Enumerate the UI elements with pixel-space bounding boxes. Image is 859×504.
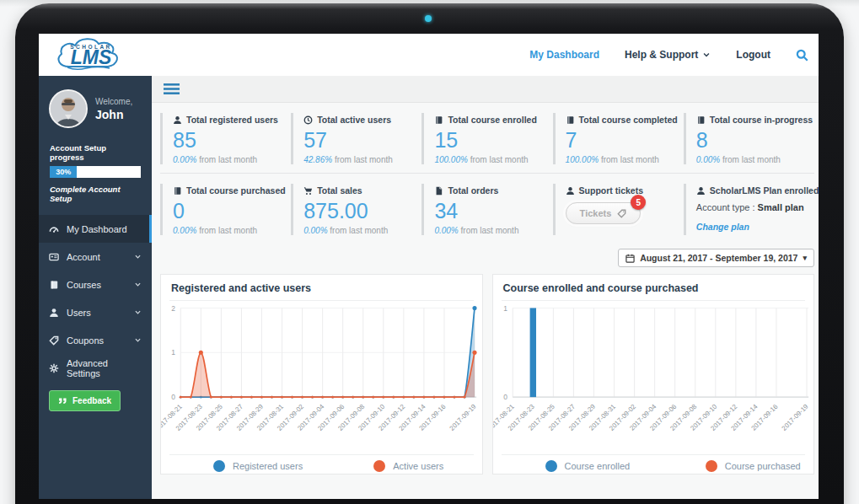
legend-dot xyxy=(213,460,225,472)
change-plan-link[interactable]: Change plan xyxy=(696,222,749,232)
stat-value: 15 xyxy=(434,128,547,153)
stat-total-course-in-progress: Total course in-progress 8 0.00% from la… xyxy=(684,113,814,164)
stat-total-orders: Total orders 34 0.00% from last month xyxy=(421,184,552,235)
stat-value: 0 xyxy=(173,199,286,223)
scholar-lms-logo: SCHOLAR LMS xyxy=(51,36,132,77)
tablet-frame: SCHOLAR LMS My Dashboard Help & Support … xyxy=(15,3,844,504)
user-block: Welcome, John xyxy=(39,76,152,133)
sidebar-item-courses[interactable]: Courses xyxy=(39,271,152,298)
header-nav: My Dashboard Help & Support Logout xyxy=(529,34,808,76)
chart-card-course-enrolled-purchased: Course enrolled and course purchased 012… xyxy=(492,274,815,475)
chart-legend: Registered users Active users xyxy=(161,455,482,472)
avatar xyxy=(49,89,88,128)
hamburger-menu-icon[interactable] xyxy=(164,83,180,94)
nav-my-dashboard-label: My Dashboard xyxy=(529,49,599,61)
user-icon xyxy=(173,115,182,125)
nav-help-support[interactable]: Help & Support xyxy=(625,49,711,61)
sidebar-item-coupons[interactable]: Coupons xyxy=(39,326,152,354)
chart-title: Course enrolled and course purchased xyxy=(493,275,814,300)
stat-support-tickets: Support tickets Tickets 5 xyxy=(553,184,684,235)
stat-plan-enrolled: ScholarLMS Plan enrolled Account type : … xyxy=(684,184,814,235)
chart-card-registered-active-users: Registered and active users 0122017-08-2… xyxy=(160,274,483,475)
tickets-count-badge: 5 xyxy=(631,195,646,210)
nav-my-dashboard[interactable]: My Dashboard xyxy=(529,49,599,61)
sidebar-item-account[interactable]: Account xyxy=(39,243,152,271)
account-type-value: Small plan xyxy=(758,202,804,212)
svg-text:2017-09-19: 2017-09-19 xyxy=(448,402,478,432)
main-content: Total registered users 85 0.00% from las… xyxy=(152,76,819,499)
svg-text:2017-09-19: 2017-09-19 xyxy=(780,402,809,432)
sidebar-item-label: Courses xyxy=(67,280,101,290)
chevron-down-icon xyxy=(134,308,142,316)
sidebar-menu: My Dashboard Account Courses User xyxy=(39,215,152,382)
chevron-down-icon xyxy=(134,253,142,260)
clock-icon xyxy=(303,115,313,125)
stat-value: 85 xyxy=(173,128,286,153)
file-icon xyxy=(434,186,443,196)
sidebar: Welcome, John Account Setup progress 30%… xyxy=(39,76,152,499)
cart-icon xyxy=(303,186,313,196)
setup-progress-fill: 30% xyxy=(50,166,77,178)
camera-dot xyxy=(425,15,432,22)
complete-account-setup-link[interactable]: Complete Account Setup xyxy=(50,185,141,203)
search-icon[interactable] xyxy=(796,49,808,62)
chevron-down-icon xyxy=(134,336,142,344)
tag-icon xyxy=(617,209,626,218)
tag-icon xyxy=(49,335,59,346)
sidebar-item-my-dashboard[interactable]: My Dashboard xyxy=(39,215,152,243)
stat-total-registered-users: Total registered users 85 0.00% from las… xyxy=(160,113,291,164)
stat-total-course-enrolled: Total course enrolled 15 100.00% from la… xyxy=(421,113,552,164)
chevron-down-icon xyxy=(134,281,142,288)
setup-progress-bar: 30% xyxy=(50,166,141,178)
sidebar-item-label: Account xyxy=(67,252,100,262)
calendar-icon xyxy=(625,254,635,263)
line-chart-registered-active-users: 0122017-08-212017-08-232017-08-252017-08… xyxy=(161,301,482,454)
svg-text:0: 0 xyxy=(171,393,175,401)
stat-value: 875.00 xyxy=(303,199,416,223)
stat-total-sales: Total sales 875.00 0.00% from last month xyxy=(291,184,421,235)
book-icon xyxy=(173,186,182,196)
chevron-down-icon xyxy=(702,51,711,59)
user-icon xyxy=(696,186,706,196)
gears-icon xyxy=(49,363,59,373)
date-range-row: August 21, 2017 - September 19, 2017 ▾ xyxy=(152,244,819,272)
svg-text:1: 1 xyxy=(171,348,175,357)
toolbar xyxy=(152,76,819,103)
svg-text:0: 0 xyxy=(503,393,507,401)
sidebar-item-advanced-settings[interactable]: Advanced Settings xyxy=(39,354,152,382)
nav-logout[interactable]: Logout xyxy=(736,49,770,61)
feedback-button[interactable]: Feedback xyxy=(49,390,121,411)
sidebar-item-users[interactable]: Users xyxy=(39,298,152,326)
stat-value: 7 xyxy=(566,128,679,153)
stats-row-2: Total course purchased 0 0.00% from last… xyxy=(152,174,819,244)
stats-row-1: Total registered users 85 0.00% from las… xyxy=(152,103,819,173)
chart-title: Registered and active users xyxy=(161,275,482,300)
stat-value: 57 xyxy=(303,128,416,153)
date-range-label: August 21, 2017 - September 19, 2017 xyxy=(640,253,797,263)
gauge-icon xyxy=(49,224,59,234)
top-header: SCHOLAR LMS My Dashboard Help & Support … xyxy=(39,34,819,76)
tickets-button[interactable]: Tickets xyxy=(566,202,642,224)
nav-help-support-label: Help & Support xyxy=(625,49,698,61)
legend-dot xyxy=(706,460,717,472)
chart-legend: Course enrolled Course purchased xyxy=(493,455,814,472)
stat-value: 8 xyxy=(696,128,809,153)
date-range-picker[interactable]: August 21, 2017 - September 19, 2017 ▾ xyxy=(618,249,814,267)
stat-total-course-completed: Total course completed 7 100.00% from la… xyxy=(553,113,684,164)
caret-down-icon: ▾ xyxy=(803,254,807,262)
legend-item-course-purchased: Course purchased xyxy=(653,460,813,472)
sidebar-item-label: Advanced Settings xyxy=(67,358,142,378)
sidebar-item-label: Users xyxy=(67,308,91,318)
legend-item-active-users: Active users xyxy=(321,460,481,472)
svg-text:2: 2 xyxy=(171,304,175,313)
setup-progress-percent: 30% xyxy=(56,168,71,176)
bar-chart-course-enrolled-purchased: 012017-08-212017-08-232017-08-252017-08-… xyxy=(493,301,814,454)
nav-logout-label: Logout xyxy=(736,49,770,61)
account-type-label: Account type : xyxy=(696,202,755,212)
feedback-button-label: Feedback xyxy=(72,396,111,405)
username: John xyxy=(95,108,132,121)
setup-progress-label: Account Setup progress xyxy=(50,143,141,162)
stat-total-active-users: Total active users 57 42.86% from last m… xyxy=(291,113,421,164)
svg-text:1: 1 xyxy=(503,304,507,313)
legend-dot xyxy=(373,460,385,472)
